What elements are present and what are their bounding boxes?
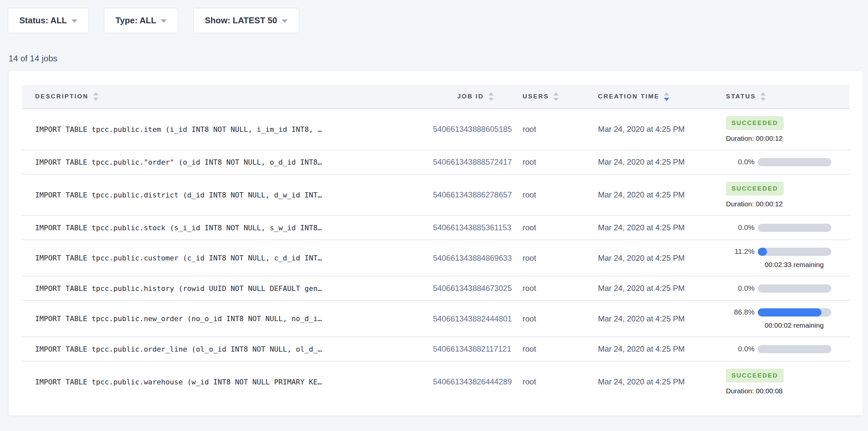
job-user: root [499,216,587,240]
job-id-link[interactable]: 540661343826444289 [433,377,512,386]
job-duration: Duration: 00:00:08 [726,387,849,395]
sort-arrows[interactable] [664,92,669,101]
status-succeeded: SUCCEEDED Duration: 00:00:12 [726,116,849,142]
status-progress: 11.2% 00:02:33 remaining [726,247,849,269]
sort-desc-icon[interactable] [489,98,494,101]
sort-desc-icon[interactable] [553,98,559,101]
job-duration: Duration: 00:00:12 [726,134,849,142]
job-row: IMPORT TABLE tpcc.public.history (rowid … [22,276,849,301]
sort-asc-icon[interactable] [664,92,669,95]
job-id-link[interactable]: 540661343888572417 [433,157,512,166]
job-id-link[interactable]: 540661343884869633 [433,253,512,263]
progress-remaining: 00:00:02 remaining [757,321,831,329]
sort-asc-icon[interactable] [761,92,766,95]
type-filter-dropdown[interactable]: Type: ALL [104,8,178,33]
progress-remaining: 00:02:33 remaining [757,261,831,269]
job-user: root [499,337,587,361]
column-header-job-id[interactable]: JOB ID [433,85,499,109]
job-creation-time: Mar 24, 2020 at 4:25 PM [587,109,715,150]
job-id-cell: 540661343826444289 [433,361,499,402]
job-status-cell: 86.8% 00:00:02 remaining [715,301,849,337]
column-header-description[interactable]: DESCRIPTION [22,85,433,109]
job-status-cell: SUCCEEDED Duration: 00:00:08 [715,361,849,402]
job-id-link[interactable]: 540661343886278657 [433,190,512,199]
progress-line: 86.8% [726,308,849,316]
sort-arrows[interactable] [93,92,98,101]
job-creation-time: Mar 24, 2020 at 4:25 PM [587,150,715,174]
job-user: root [499,361,587,402]
column-header-creation-time[interactable]: CREATION TIME [587,85,715,109]
job-creation-time: Mar 24, 2020 at 4:25 PM [587,240,715,276]
job-creation-time: Mar 24, 2020 at 4:25 PM [587,301,715,337]
table-header-row: DESCRIPTION JOB ID USERS CREATION TIME S… [22,85,849,109]
job-status-cell: SUCCEEDED Duration: 00:00:12 [715,109,849,150]
status-progress: 0.0% [726,345,849,353]
job-id-cell: 540661343882444801 [433,301,499,337]
show-filter-label: Show: LATEST 50 [205,16,277,26]
job-id-cell: 540661343888572417 [433,150,499,174]
job-description: IMPORT TABLE tpcc.public.history (rowid … [22,276,433,301]
job-description: IMPORT TABLE tpcc.public.stock (s_i_id I… [22,216,433,240]
progress-bar [758,345,831,353]
progress-percent: 0.0% [726,158,754,166]
job-status-cell: 0.0% [715,150,849,174]
progress-line: 0.0% [726,284,849,293]
job-id-link[interactable]: 540661343884673025 [433,284,512,293]
sort-asc-icon[interactable] [93,92,98,95]
column-header-users[interactable]: USERS [499,85,587,109]
sort-desc-icon[interactable] [761,98,766,101]
job-id-link[interactable]: 540661343882444801 [433,314,512,323]
job-status-cell: 0.0% [715,337,849,361]
sort-arrows[interactable] [761,92,766,101]
job-status-cell: 0.0% [715,216,849,240]
column-header-status[interactable]: STATUS [715,85,849,109]
progress-bar [758,248,831,256]
progress-bar [758,308,831,316]
status-filter-label: Status: ALL [19,16,67,26]
job-user: root [499,174,587,216]
progress-bar [758,224,831,232]
job-row: IMPORT TABLE tpcc.public.new_order (no_o… [22,301,849,337]
status-filter-dropdown[interactable]: Status: ALL [8,8,89,33]
progress-percent: 11.2% [726,247,754,256]
job-row: IMPORT TABLE tpcc.public.district (d_id … [22,174,849,216]
sort-arrows[interactable] [553,92,559,101]
job-description: IMPORT TABLE tpcc.public.customer (c_id … [22,240,433,276]
status-succeeded: SUCCEEDED Duration: 00:00:08 [726,369,849,395]
chevron-down-icon [161,19,167,23]
status-succeeded: SUCCEEDED Duration: 00:00:12 [726,182,849,208]
job-user: root [499,150,587,174]
sort-desc-icon[interactable] [93,98,98,101]
jobs-count-summary: 14 of 14 jobs [8,54,868,64]
show-filter-dropdown[interactable]: Show: LATEST 50 [193,8,299,33]
job-id-link[interactable]: 540661343882117121 [433,344,511,353]
sort-desc-icon[interactable] [664,98,669,101]
progress-line: 0.0% [726,158,849,166]
job-id-cell: 540661343884673025 [433,276,499,301]
job-id-link[interactable]: 540661343888605185 [433,125,512,133]
jobs-filter-bar: Status: ALL Type: ALL Show: LATEST 50 [0,0,868,33]
job-creation-time: Mar 24, 2020 at 4:25 PM [587,174,715,216]
job-creation-time: Mar 24, 2020 at 4:25 PM [587,337,715,361]
job-id-cell: 540661343884869633 [433,240,499,276]
job-id-cell: 540661343886278657 [433,174,499,216]
status-progress: 0.0% [726,223,849,232]
chevron-down-icon [71,19,78,23]
job-id-link[interactable]: 540661343885361153 [433,223,511,232]
job-status-cell: 11.2% 00:02:33 remaining [715,240,849,276]
progress-percent: 0.0% [726,345,754,353]
job-row: IMPORT TABLE tpcc.public.warehouse (w_id… [22,361,849,402]
sort-arrows[interactable] [489,92,494,101]
job-id-cell: 540661343885361153 [433,216,499,240]
job-description: IMPORT TABLE tpcc.public.warehouse (w_id… [22,361,433,402]
sort-asc-icon[interactable] [553,92,559,95]
job-duration: Duration: 00:00:12 [726,200,849,208]
job-creation-time: Mar 24, 2020 at 4:25 PM [587,276,715,301]
status-progress: 86.8% 00:00:02 remaining [726,308,849,329]
job-description: IMPORT TABLE tpcc.public.new_order (no_o… [22,301,433,337]
job-user: root [499,301,587,337]
progress-percent: 86.8% [726,308,754,316]
jobs-table-card: DESCRIPTION JOB ID USERS CREATION TIME S… [9,71,863,415]
sort-asc-icon[interactable] [489,92,494,95]
job-row: IMPORT TABLE tpcc.public."order" (o_id I… [22,150,849,174]
